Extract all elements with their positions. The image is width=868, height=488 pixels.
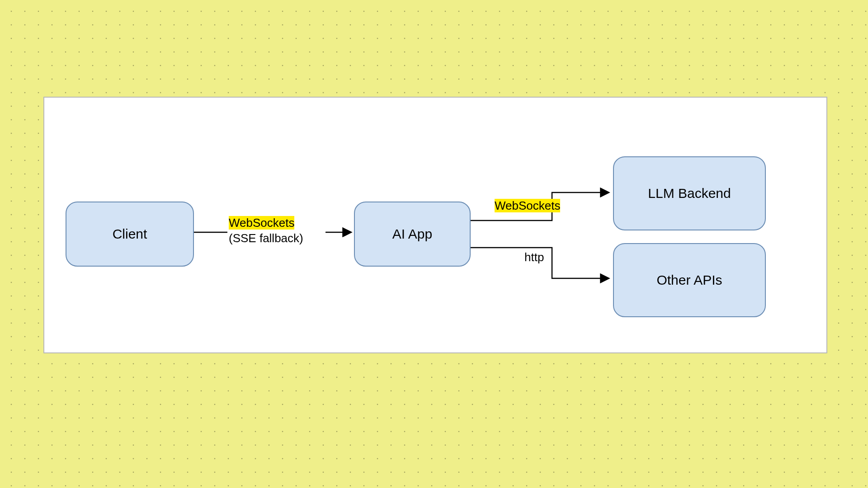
node-ai-app-label: AI App — [392, 226, 432, 242]
node-client-label: Client — [113, 226, 147, 242]
edge-client-to-app-label-primary: WebSockets — [229, 216, 294, 230]
diagram-panel: Client AI App LLM Backend Other APIs Web… — [43, 97, 827, 353]
edge-client-to-app-label-secondary: (SSE fallback) — [229, 231, 303, 245]
node-client: Client — [66, 202, 194, 267]
node-other-apis-label: Other APIs — [656, 272, 722, 288]
edge-app-to-llm-label: WebSockets — [495, 199, 560, 213]
node-ai-app: AI App — [354, 202, 471, 267]
node-other-apis: Other APIs — [613, 243, 766, 317]
edge-app-to-apis-label: http — [524, 250, 544, 264]
node-llm-backend-label: LLM Backend — [648, 186, 731, 201]
edge-client-to-app-label-primary-text: WebSockets — [229, 216, 294, 230]
node-llm-backend: LLM Backend — [613, 156, 766, 230]
edge-app-to-llm-label-text: WebSockets — [495, 199, 560, 212]
